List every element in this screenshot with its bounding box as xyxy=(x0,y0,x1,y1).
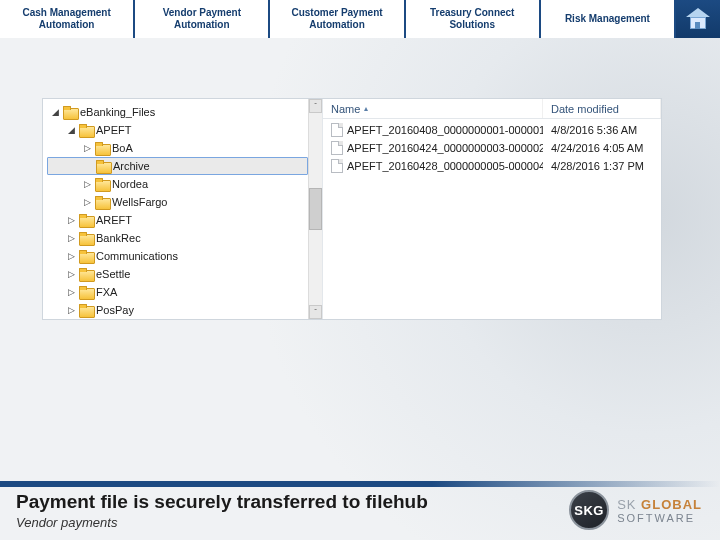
tree-node[interactable]: ▷FXA xyxy=(47,283,308,301)
tree-node-label: Communications xyxy=(96,250,178,262)
col-name-label: Name xyxy=(331,103,360,115)
tree-node-label: WellsFargo xyxy=(112,196,167,208)
nav-tab-cash[interactable]: Cash Management Automation xyxy=(0,0,135,38)
logo-mark-icon: SKG xyxy=(569,490,609,530)
twisty-icon[interactable]: ▷ xyxy=(83,143,92,153)
tree-node[interactable]: ▷BankRec xyxy=(47,229,308,247)
tree-node-label: Archive xyxy=(113,160,150,172)
nav-tab-customer[interactable]: Customer Payment Automation xyxy=(270,0,405,38)
folder-icon xyxy=(96,161,110,172)
file-pane: Name ▴ Date modified APEFT_20160408_0000… xyxy=(323,99,661,319)
accent-bar xyxy=(0,481,720,487)
nav-tab-treasury[interactable]: Treasury Connect Solutions xyxy=(406,0,541,38)
tree-node-label: PosPay xyxy=(96,304,134,316)
file-row[interactable]: APEFT_20160428_0000000005-000004.txt4/28… xyxy=(323,157,661,175)
nav-tab-vendor[interactable]: Vendor Payment Automation xyxy=(135,0,270,38)
tree-node[interactable]: ▷WellsFargo xyxy=(47,193,308,211)
tree-node[interactable]: ▷Communications xyxy=(47,247,308,265)
col-date-label: Date modified xyxy=(551,103,619,115)
tree-node[interactable]: ▷Nordea xyxy=(47,175,308,193)
brand-logo: SKG SK GLOBAL SOFTWARE xyxy=(569,490,702,530)
folder-icon xyxy=(63,107,77,118)
footer: Payment file is securely transferred to … xyxy=(0,481,720,540)
file-row[interactable]: APEFT_20160424_0000000003-000002.txt4/24… xyxy=(323,139,661,157)
folder-icon xyxy=(95,197,109,208)
file-name-cell: APEFT_20160408_0000000001-000001.txt xyxy=(323,123,543,137)
text-file-icon xyxy=(331,123,343,137)
folder-icon xyxy=(79,233,93,244)
logo-brand-pre: SK xyxy=(617,497,641,512)
folder-icon xyxy=(79,269,93,280)
home-button[interactable] xyxy=(676,0,720,38)
folder-tree: ◢eBanking_Files◢APEFT▷BoAArchive▷Nordea▷… xyxy=(43,99,323,319)
tree-node-label: BankRec xyxy=(96,232,141,244)
twisty-icon[interactable]: ▷ xyxy=(67,233,76,243)
col-name[interactable]: Name ▴ xyxy=(323,99,543,118)
file-header[interactable]: Name ▴ Date modified xyxy=(323,99,661,119)
twisty-icon[interactable]: ◢ xyxy=(51,107,60,117)
logo-brand-accent: GLOBAL xyxy=(641,497,702,512)
logo-text: SK GLOBAL SOFTWARE xyxy=(617,497,702,524)
nav-tab-risk[interactable]: Risk Management xyxy=(541,0,676,38)
twisty-icon[interactable]: ◢ xyxy=(67,125,76,135)
file-name: APEFT_20160424_0000000003-000002.txt xyxy=(347,142,543,154)
tree-node[interactable]: ◢eBanking_Files xyxy=(47,103,308,121)
tree-node-label: eBanking_Files xyxy=(80,106,155,118)
tree-node[interactable]: ▷AREFT xyxy=(47,211,308,229)
text-file-icon xyxy=(331,141,343,155)
file-name: APEFT_20160408_0000000001-000001.txt xyxy=(347,124,543,136)
tree-node[interactable]: ▷BoA xyxy=(47,139,308,157)
tree-node-label: eSettle xyxy=(96,268,130,280)
twisty-icon[interactable]: ▷ xyxy=(67,215,76,225)
tree-node[interactable]: ◢APEFT xyxy=(47,121,308,139)
tree-node-label: FXA xyxy=(96,286,117,298)
tree-node[interactable]: Archive xyxy=(47,157,308,175)
file-name-cell: APEFT_20160428_0000000005-000004.txt xyxy=(323,159,543,173)
file-row[interactable]: APEFT_20160408_0000000001-000001.txt4/8/… xyxy=(323,121,661,139)
scroll-down-icon[interactable]: ˇ xyxy=(309,305,322,319)
twisty-icon[interactable]: ▷ xyxy=(67,287,76,297)
twisty-icon[interactable]: ▷ xyxy=(67,269,76,279)
folder-icon xyxy=(79,287,93,298)
file-date-cell: 4/8/2016 5:36 AM xyxy=(543,124,661,136)
col-date[interactable]: Date modified xyxy=(543,99,661,118)
logo-brand-sub: SOFTWARE xyxy=(617,512,702,524)
folder-icon xyxy=(79,215,93,226)
file-list: APEFT_20160408_0000000001-000001.txt4/8/… xyxy=(323,119,661,319)
file-name: APEFT_20160428_0000000005-000004.txt xyxy=(347,160,543,172)
file-name-cell: APEFT_20160424_0000000003-000002.txt xyxy=(323,141,543,155)
tree-node[interactable]: ▷eSettle xyxy=(47,265,308,283)
twisty-icon[interactable]: ▷ xyxy=(67,305,76,315)
tree-node[interactable]: ▷PosPay xyxy=(47,301,308,319)
twisty-icon[interactable]: ▷ xyxy=(83,197,92,207)
file-explorer: ◢eBanking_Files◢APEFT▷BoAArchive▷Nordea▷… xyxy=(42,98,662,320)
file-date-cell: 4/28/2016 1:37 PM xyxy=(543,160,661,172)
folder-icon xyxy=(79,305,93,316)
tree-node-label: AREFT xyxy=(96,214,132,226)
folder-icon xyxy=(95,179,109,190)
twisty-icon[interactable]: ▷ xyxy=(83,179,92,189)
scroll-up-icon[interactable]: ˆ xyxy=(309,99,322,113)
tree-node-label: APEFT xyxy=(96,124,131,136)
folder-icon xyxy=(79,251,93,262)
top-nav: Cash Management Automation Vendor Paymen… xyxy=(0,0,720,38)
scroll-thumb[interactable] xyxy=(309,188,322,230)
tree-node-label: BoA xyxy=(112,142,133,154)
folder-icon xyxy=(95,143,109,154)
home-icon xyxy=(686,8,710,30)
folder-icon xyxy=(79,125,93,136)
tree-scrollbar[interactable]: ˆ ˇ xyxy=(308,99,322,319)
text-file-icon xyxy=(331,159,343,173)
sort-asc-icon: ▴ xyxy=(364,104,368,113)
file-date-cell: 4/24/2016 4:05 AM xyxy=(543,142,661,154)
tree-node-label: Nordea xyxy=(112,178,148,190)
twisty-icon[interactable]: ▷ xyxy=(67,251,76,261)
